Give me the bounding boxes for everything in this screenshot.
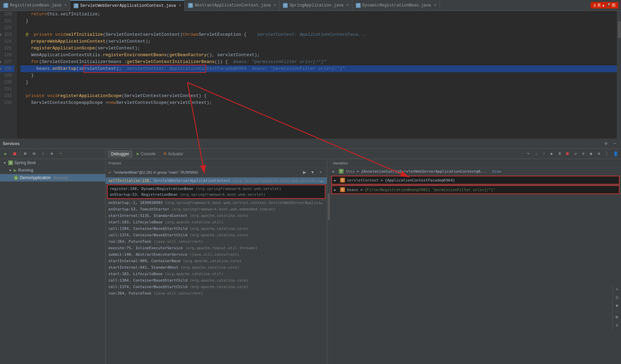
collapse-icon[interactable]: — <box>611 140 618 147</box>
var-expand-servlet[interactable]: ▶ <box>334 178 338 182</box>
debugger-tabs: Debugger ▶ Console ⚙ Actuator ↷ ↓ ↑ ▶ <box>106 149 621 159</box>
evaluate-btn[interactable]: ≡ <box>614 322 620 329</box>
frame-method-2: onStartup:53, <box>110 192 141 197</box>
tab-label: AbstractApplicationContext.java <box>195 3 271 8</box>
var-icon-beans: S <box>340 187 345 192</box>
frame-item-7[interactable]: call:1384, ContainerBase$StartChild (org… <box>106 225 327 232</box>
frame-item-4[interactable]: onStartup:53, TomcatStarter (org.springf… <box>106 206 327 212</box>
settings-debug-btn[interactable]: ⚙ <box>595 151 602 157</box>
tab-close-btn3[interactable]: × <box>274 3 276 7</box>
tab-close-btn5[interactable]: × <box>434 3 436 7</box>
watch-btn[interactable]: 👁 <box>614 314 620 321</box>
frame-item-11[interactable]: submit:140, AbstractExecutorService (jav… <box>106 251 327 258</box>
filter-vars-btn[interactable]: ▼ <box>614 303 620 310</box>
variables-list: ▶ f this = {AnnotationConfigServletWebSe… <box>330 168 621 364</box>
java-file-icon5: J <box>356 3 361 8</box>
var-icon-servlet: S <box>340 178 345 183</box>
mute-breakpoints-btn[interactable]: ⊘ <box>580 151 587 157</box>
tab-close-btn2[interactable]: × <box>179 4 181 7</box>
tab-close-btn4[interactable]: × <box>347 3 349 7</box>
tab-dynamic-registration[interactable]: J DynamicRegistrationBean.java × <box>352 0 440 11</box>
expand-arrow2[interactable]: ▼ <box>8 168 12 172</box>
frame-item-1[interactable]: register:108, DynamicRegistrationBean (o… <box>109 186 323 192</box>
frame-item-17[interactable]: run:264, FutureTask (java.util.concurren… <box>106 290 327 297</box>
thread-resume-btn[interactable]: ▶ <box>301 169 308 176</box>
tab-close-btn[interactable]: × <box>64 3 66 7</box>
tab-actuator[interactable]: ⚙ Actuator <box>160 150 187 158</box>
frame-item-15[interactable]: call:1384, ContainerBase$StartChild (org… <box>106 277 327 284</box>
code-scroll-thumb[interactable] <box>618 21 621 38</box>
frames-scrollbar[interactable] <box>327 159 330 364</box>
tab-console[interactable]: ▶ Console <box>133 150 159 158</box>
frame-highlight-box: register:108, DynamicRegistrationBean (o… <box>107 185 325 199</box>
expand-arrow[interactable]: ▼ <box>3 161 7 165</box>
code-line-223: @ private void selfInitialize ( ServletC… <box>20 31 617 38</box>
step-out-btn[interactable]: ↑ <box>541 151 547 157</box>
java-file-icon3: J <box>188 3 193 8</box>
frame-item-16[interactable]: call:1374, ContainerBase$StartChild (org… <box>106 284 327 290</box>
code-scrollbar[interactable] <box>617 11 621 139</box>
more-btn[interactable]: ⋮ <box>603 151 610 157</box>
step-over-btn[interactable]: ↷ <box>525 151 532 157</box>
user-icon[interactable]: 👤 <box>612 151 619 157</box>
running-label: Running <box>18 168 33 173</box>
frame-item-13[interactable]: startInternal:841, StandardHost (org.apa… <box>106 264 327 271</box>
tree-item-spring-boot[interactable]: ▼ S Spring Boot <box>0 159 105 167</box>
console-icon: ▶ <box>137 152 139 156</box>
frame-item-9[interactable]: run:264, FutureTask (java.util.concurren… <box>106 238 327 245</box>
frame-method-0: selfInitialize:228, <box>108 178 153 183</box>
tab-spring-application[interactable]: J SpringApplication.java × <box>279 0 352 11</box>
frame-item-10[interactable]: execute:75, InlineExecutorService (org.a… <box>106 245 327 251</box>
step-into-btn[interactable]: ↓ <box>533 151 540 157</box>
var-expand-beans[interactable]: ▶ <box>334 188 338 192</box>
spring-icon: S <box>8 160 13 165</box>
settings-icon[interactable]: ⚙ <box>603 140 609 147</box>
pause-btn[interactable]: ⏸ <box>556 151 563 157</box>
var-expand-this[interactable]: ▶ <box>333 170 337 173</box>
frame-item-2[interactable]: onStartup:53, RegistrationBean (org.spri… <box>109 192 323 197</box>
expand-vars-btn[interactable]: + <box>614 286 620 293</box>
frame-item-12[interactable]: startInternal:909, ContainerBase (org.ap… <box>106 258 327 264</box>
frame-class-2: RegistrationBean <box>141 192 180 197</box>
filter-btn[interactable]: ⊟ <box>30 150 38 158</box>
expand-all-btn[interactable]: ⊕ <box>48 150 56 158</box>
arrange-btn[interactable]: ⊞ <box>21 150 29 158</box>
frame-class-0: ServletWebServerApplicationContext <box>153 178 232 183</box>
frame-pkg-1: (org.springframework.boot.web.servlet) <box>196 187 282 191</box>
java-file-icon4: J <box>283 3 288 8</box>
var-highlight-servlet-context: ▶ S servletContext = {ApplicationContext… <box>331 176 620 185</box>
frame-item-3[interactable]: onStartup:-1, 1039038903 (org.springfram… <box>106 200 327 206</box>
run-btn[interactable]: ▶ <box>2 150 10 158</box>
bookmark-icon <box>0 34 1 36</box>
add-btn[interactable]: + <box>57 150 64 158</box>
tree-item-demo-app[interactable]: A DemoApplication [devtools] <box>0 174 105 181</box>
copy-vars-btn[interactable]: ⎘ <box>614 295 620 301</box>
tree-item-running[interactable]: ▼ ▶ Running <box>0 167 105 174</box>
frame-pkg-2: (org.springframework.boot.web.servlet) <box>180 192 266 197</box>
thread-expand-btn[interactable]: + <box>317 169 324 176</box>
tab-abstract-app-context[interactable]: J AbstractApplicationContext.java × <box>185 0 279 11</box>
thread-filter-btn[interactable]: ▼ <box>309 169 316 176</box>
app-icon: A <box>14 175 18 180</box>
var-item-beans[interactable]: ▶ S beans = {FilterRegistrationBean@7002… <box>333 187 618 193</box>
tab-registration-bean[interactable]: J RegistrationBean.java × <box>0 0 70 11</box>
frame-item-6[interactable]: start:183, LifecycleBase (org.apache.cat… <box>106 219 327 225</box>
actuator-icon: ⚙ <box>163 152 167 156</box>
services-title: Services <box>3 141 19 146</box>
code-line-221: } <box>20 18 617 25</box>
frame-item-14[interactable]: start:183, LifecycleBase (org.apache.cat… <box>106 271 327 277</box>
resume-btn[interactable]: ▶ <box>548 151 555 157</box>
frame-item-5[interactable]: startInternal:5135, StandardContext (org… <box>106 212 327 219</box>
stop-debug-btn[interactable]: ⏹ <box>564 151 571 157</box>
frame-item-8[interactable]: call:1374, ContainerBase$StartChild (org… <box>106 232 327 238</box>
tab-debugger[interactable]: Debugger <box>108 150 133 158</box>
view-link[interactable]: View <box>492 169 501 174</box>
stop-btn[interactable]: ⏹ <box>11 150 18 158</box>
sort-btn[interactable]: ↕ <box>39 150 47 158</box>
view-breakpoints-btn[interactable]: ◉ <box>588 151 594 157</box>
frame-item-0[interactable]: selfInitialize:228, ServletWebServerAppl… <box>106 177 327 184</box>
rerun-btn[interactable]: ↺ <box>572 151 579 157</box>
tab-servlet-web-server[interactable]: J ServletWebServerApplicationContext.jav… <box>70 0 185 11</box>
var-item-servlet-context[interactable]: ▶ S servletContext = {ApplicationContext… <box>333 177 618 183</box>
var-item-this[interactable]: ▶ f this = {AnnotationConfigServletWebSe… <box>330 168 621 175</box>
